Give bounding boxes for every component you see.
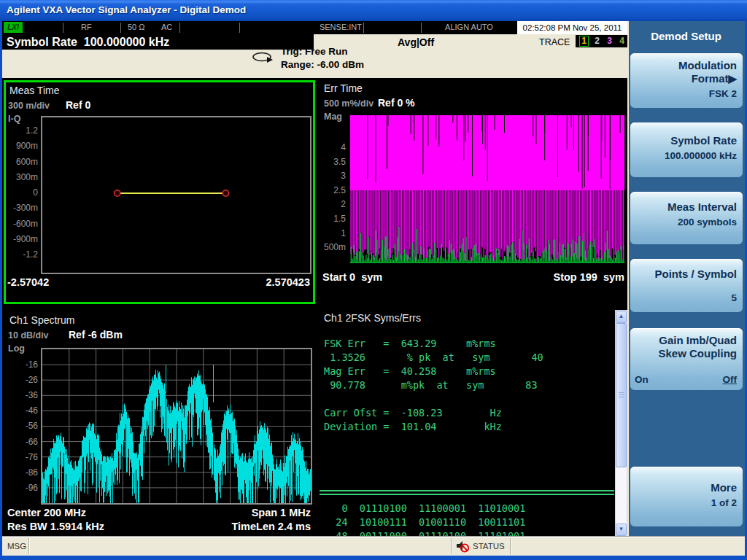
- trace-number-3[interactable]: 3: [605, 36, 614, 46]
- spectrum-plot: [41, 348, 312, 505]
- panel-axis-unit: Log: [8, 343, 25, 354]
- y-tick-label: 500m: [318, 242, 346, 252]
- panel-ch1-spectrum[interactable]: Ch1 Spectrum 10 dB/div Ref -6 dBm Log -1…: [4, 309, 315, 536]
- err-time-plot: [350, 115, 624, 265]
- y-tick-label: -900m: [6, 234, 38, 244]
- y-tick-label: -46: [6, 405, 38, 416]
- panel-meas-time[interactable]: Meas Time 300 m/div Ref 0 I-Q 1.2900m600…: [4, 80, 315, 304]
- trace-label: TRACE: [539, 37, 570, 47]
- y-tick-label: -96: [6, 483, 38, 493]
- divider: [120, 23, 121, 33]
- y-tick-label: 3.5: [318, 157, 346, 167]
- instrument-status-strip: LXI RF 50 Ω AC SENSE:INT ALIGN AUTO 02:5…: [2, 21, 627, 35]
- center-freq-label: Center 200 MHz: [7, 507, 86, 518]
- y-tick-label: 300m: [6, 172, 38, 182]
- softkey-more[interactable]: More1 of 2: [630, 467, 743, 526]
- softkey-symbol-rate[interactable]: Symbol Rate100.000000 kHz: [630, 122, 743, 177]
- x-axis-max: 2.570423: [166, 276, 310, 288]
- trace-number-2[interactable]: 2: [593, 36, 601, 46]
- panel-title: Ch1 Spectrum: [9, 314, 74, 326]
- rf-indicator: RF: [81, 23, 92, 31]
- toggle-on-option[interactable]: On: [635, 374, 649, 385]
- softkey-value: FSK 2: [630, 88, 743, 99]
- y-tick-label: -36: [6, 390, 38, 400]
- res-bw-label: Res BW 1.5914 kHz: [7, 521, 104, 532]
- y-tick-label: 600m: [6, 157, 38, 167]
- softkey-meas-interval[interactable]: Meas Interval200 symbols: [630, 192, 743, 244]
- error-summary-text: FSK Err = 643.29 m%rms 1.3526 % pk at sy…: [324, 337, 543, 434]
- separator-line: [320, 494, 614, 495]
- x-axis-stop: Stop 199 sym: [479, 271, 624, 283]
- softkey-modulation-format[interactable]: ModulationFormat▶FSK 2: [630, 53, 743, 108]
- span-label: Span 1 MHz: [163, 507, 311, 518]
- softkey-label: Points / Symbol: [630, 259, 743, 281]
- divider: [179, 23, 180, 33]
- panel-axis-unit: Mag: [324, 112, 342, 122]
- softkey-gain-imb-quad-skew-coupling[interactable]: Gain Imb/QuadSkew CouplingOnOff: [630, 328, 743, 390]
- bottom-status-bar: MSG STATUS: [2, 536, 745, 556]
- time-len-label: TimeLen 2.4 ms: [163, 521, 311, 532]
- panel-title: Meas Time: [9, 85, 59, 96]
- trace-number-4[interactable]: 4: [618, 36, 626, 46]
- softkey-sidebar: Demod Setup ModulationFormat▶FSK 2Symbol…: [627, 21, 745, 536]
- scroll-thumb[interactable]: [616, 323, 627, 467]
- y-tick-label: 2.5: [318, 185, 346, 195]
- y-tick-label: 3: [318, 171, 346, 181]
- trace-selector[interactable]: 1234: [576, 35, 630, 47]
- softkey-label: Gain Imb/QuadSkew Coupling: [630, 328, 743, 360]
- continuous-sweep-icon[interactable]: [252, 51, 274, 63]
- msg-label: MSG: [7, 542, 26, 551]
- on-off-toggle[interactable]: OnOff: [630, 374, 743, 385]
- y-tick-label: -56: [6, 421, 38, 431]
- vxa-app-window: Agilent VXA Vector Signal Analyzer - Dig…: [0, 0, 747, 560]
- softkey-value: 5: [630, 292, 743, 303]
- scroll-up-button[interactable]: ▲: [616, 311, 627, 323]
- y-tick-label: 2: [318, 199, 346, 209]
- y-tick-label: 1: [318, 228, 346, 238]
- y-tick-label: -16: [6, 359, 38, 370]
- toggle-off-option[interactable]: Off: [723, 374, 738, 385]
- lxi-badge: LXI: [4, 22, 23, 33]
- divider: [363, 23, 364, 33]
- divider: [510, 538, 511, 554]
- divider: [28, 538, 29, 554]
- active-parameter-banner: Symbol Rate 100.000000 kHz: [2, 34, 314, 50]
- softkey-menu-title: Demod Setup: [630, 26, 743, 49]
- softkey-label: More: [630, 467, 743, 494]
- title-bar[interactable]: Agilent VXA Vector Signal Analyzer - Dig…: [0, 0, 747, 21]
- softkey-value: 100.000000 kHz: [630, 150, 743, 161]
- y-tick-label: 4: [318, 142, 346, 152]
- status-label[interactable]: STATUS: [473, 542, 505, 551]
- softkey-label: Symbol Rate: [630, 122, 743, 147]
- meas-time-plot: [41, 116, 311, 274]
- separator-line: [320, 490, 614, 491]
- scroll-down-button[interactable]: ▼: [616, 524, 627, 536]
- y-tick-label: 1.5: [318, 214, 346, 224]
- speaker-mute-icon[interactable]: [456, 540, 470, 553]
- y-tick-label: -26: [6, 375, 38, 385]
- symbol-table-scrollbar[interactable]: ▲ ▼: [615, 310, 627, 536]
- y-tick-label: -76: [6, 452, 38, 462]
- impedance-indicator: 50 Ω: [128, 23, 145, 31]
- average-status: Avg|Off: [398, 36, 434, 48]
- panel-scale: 10 dB/div: [8, 330, 49, 341]
- softkey-label: Meas Interval: [630, 192, 743, 214]
- panel-syms-errs[interactable]: Ch1 2FSK Syms/Errs FSK Err = 643.29 m%rm…: [318, 309, 627, 536]
- panel-err-time[interactable]: Err Time 500 m%/div Ref 0 % Mag 43.532.5…: [318, 80, 627, 304]
- content-area: LXI RF 50 Ω AC SENSE:INT ALIGN AUTO 02:5…: [2, 21, 745, 556]
- y-tick-label: -1.2: [6, 249, 38, 260]
- window-title: Agilent VXA Vector Signal Analyzer - Dig…: [7, 4, 246, 15]
- y-tick-label: 1.2: [6, 125, 38, 136]
- trigger-status: Trig: Free Run: [281, 46, 348, 57]
- y-tick-label: -66: [6, 437, 38, 447]
- panel-title: Err Time: [324, 82, 363, 94]
- x-axis-min: -2.57042: [7, 276, 49, 288]
- panel-axis-unit: I-Q: [8, 114, 20, 124]
- y-tick-label: -86: [6, 467, 38, 478]
- softkey-label: ModulationFormat▶: [630, 53, 743, 85]
- softkey-points-per-symbol[interactable]: Points / Symbol5: [630, 259, 743, 312]
- trace-number-1[interactable]: 1: [579, 36, 589, 47]
- range-status: Range: -6.00 dBm: [281, 59, 364, 70]
- y-tick-label: -300m: [6, 203, 38, 213]
- panel-scale: 300 m/div: [8, 101, 50, 111]
